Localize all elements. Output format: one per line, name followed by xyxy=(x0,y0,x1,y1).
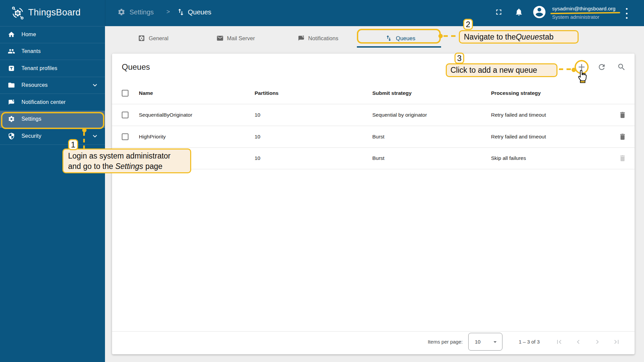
sidebar-item-label: Tenant profiles xyxy=(21,65,57,71)
sidebar-item-resources[interactable]: Resources xyxy=(0,77,105,94)
chevron-down-icon[interactable] xyxy=(91,132,99,140)
last-page-icon[interactable] xyxy=(612,338,621,346)
notifications-bell-icon[interactable] xyxy=(515,8,523,16)
tab-label: Mail Server xyxy=(227,35,255,42)
items-per-page-value: 10 xyxy=(475,339,480,345)
callout-text: page xyxy=(143,162,163,171)
tenant-profile-icon xyxy=(8,65,15,72)
annotation-callout-step2: Navigate to the Queues tab xyxy=(459,30,579,44)
sidebar-item-home[interactable]: Home xyxy=(0,26,105,43)
active-tab-underline xyxy=(357,46,441,48)
column-header-name[interactable]: Name xyxy=(139,90,153,96)
callout-text: Click to add a new queue xyxy=(450,66,537,75)
first-page-icon[interactable] xyxy=(555,338,563,346)
home-icon xyxy=(8,31,15,38)
sidebar-item-security[interactable]: Security xyxy=(0,128,105,145)
annotation-dashed-line-horizontal xyxy=(443,35,459,37)
breadcrumb-page: Queues xyxy=(188,8,211,16)
thingsboard-app: ThingsBoard Settings > Queues sysadmin@t… xyxy=(0,0,644,362)
dropdown-arrow-icon xyxy=(491,338,499,346)
message-badge-icon xyxy=(8,99,15,106)
annotation-callout-step3: Click to add a new queue xyxy=(446,63,557,77)
fullscreen-icon[interactable] xyxy=(494,8,503,16)
chevron-down-icon[interactable] xyxy=(91,81,99,89)
annotation-outline-settings xyxy=(1,112,104,129)
card-title: Queues xyxy=(122,62,150,72)
callout-text-em: Queues xyxy=(516,33,543,42)
search-button[interactable] xyxy=(617,63,626,71)
cell-submit-strategy: Sequential by originator xyxy=(372,112,427,118)
items-per-page-label: Items per page: xyxy=(428,339,463,345)
settings-square-icon xyxy=(138,35,145,42)
sidebar-item-label: Notification center xyxy=(21,99,66,105)
delete-queue-icon[interactable] xyxy=(619,111,627,119)
annotation-callout-step1: Login as system administrator and go to … xyxy=(62,148,191,173)
annotation-step-badge-2: 2 xyxy=(463,19,473,30)
cell-submit-strategy: Burst xyxy=(372,134,384,140)
delete-queue-icon[interactable] xyxy=(619,133,627,141)
column-header-partitions[interactable]: Partitions xyxy=(255,90,278,96)
message-badge-icon xyxy=(298,35,305,42)
sidebar-item-label: Tenants xyxy=(21,48,41,54)
people-icon xyxy=(8,48,15,55)
tab-label: General xyxy=(149,35,168,42)
breadcrumb-settings-gear-icon xyxy=(117,8,125,16)
tab-label: Notifications xyxy=(308,35,338,42)
pagination-controls xyxy=(555,338,621,346)
header-divider xyxy=(105,0,105,26)
sidebar-item-tenants[interactable]: Tenants xyxy=(0,43,105,60)
mail-icon xyxy=(216,35,224,42)
tab-mail-server[interactable]: Mail Server xyxy=(195,30,277,46)
delete-queue-icon-disabled xyxy=(619,154,627,162)
cell-partitions: 10 xyxy=(255,155,260,161)
shield-icon xyxy=(8,132,15,140)
sidebar-item-tenant-profiles[interactable]: Tenant profiles xyxy=(0,60,105,77)
queues-card: Queues Name Partitions Submit strategy P… xyxy=(112,54,635,354)
table-footer: Items per page: 10 1 – 3 of 3 xyxy=(112,331,635,352)
user-avatar[interactable] xyxy=(532,5,547,19)
items-per-page-select[interactable]: 10 xyxy=(468,333,502,351)
user-role: System administrator xyxy=(552,14,599,20)
tab-general[interactable]: General xyxy=(112,30,195,46)
row-checkbox[interactable] xyxy=(122,112,128,118)
folder-icon xyxy=(8,81,15,89)
sidebar-item-notification-center[interactable]: Notification center xyxy=(0,94,105,111)
annotation-connector-dot xyxy=(438,34,443,38)
previous-page-icon[interactable] xyxy=(574,338,582,346)
callout-text: Navigate to the xyxy=(464,33,516,42)
cell-name: HighPriority xyxy=(139,134,166,140)
cell-partitions: 10 xyxy=(255,112,260,118)
refresh-button[interactable] xyxy=(597,63,606,71)
tab-notifications[interactable]: Notifications xyxy=(277,30,359,46)
column-header-submit-strategy[interactable]: Submit strategy xyxy=(372,90,412,96)
sidebar-item-label: Security xyxy=(21,133,41,139)
table-row[interactable]: HighPriority 10 Burst Retry failed and t… xyxy=(112,126,635,148)
select-all-checkbox[interactable] xyxy=(122,90,128,97)
breadcrumb-queues-swap-icon xyxy=(176,8,185,16)
pagination-range: 1 – 3 of 3 xyxy=(519,339,540,345)
breadcrumb-separator: > xyxy=(166,8,170,15)
annotation-outline-queues-tab xyxy=(357,29,441,44)
annotation-dashed-line-vertical xyxy=(83,132,85,149)
callout-text-em: Settings xyxy=(115,162,143,171)
annotation-step-badge-3: 3 xyxy=(454,53,464,64)
annotation-step-badge-1: 1 xyxy=(68,139,78,150)
table-row[interactable]: SequentialByOriginator 10 Sequential by … xyxy=(112,104,635,126)
cell-processing-strategy: Retry failed and timeout xyxy=(491,134,546,140)
top-bar: ThingsBoard Settings > Queues sysadmin@t… xyxy=(0,0,644,26)
cell-name: SequentialByOriginator xyxy=(139,112,192,118)
more-menu-kebab-icon[interactable] xyxy=(626,8,628,19)
annotation-email-underline xyxy=(550,12,620,14)
row-checkbox[interactable] xyxy=(122,133,128,140)
annotation-connector-dot xyxy=(82,128,87,132)
next-page-icon[interactable] xyxy=(593,338,601,346)
sidebar-item-label: Home xyxy=(21,32,36,38)
cell-processing-strategy: Skip all failures xyxy=(491,155,526,161)
breadcrumb-section[interactable]: Settings xyxy=(129,8,154,16)
thingsboard-logo-icon xyxy=(10,5,25,21)
column-header-processing-strategy[interactable]: Processing strategy xyxy=(491,90,541,96)
cell-partitions: 10 xyxy=(255,134,260,140)
user-email: sysadmin@thingsboard.org xyxy=(552,6,615,12)
cell-processing-strategy: Retry failed and timeout xyxy=(491,112,546,118)
sidebar-item-label: Resources xyxy=(21,82,48,88)
